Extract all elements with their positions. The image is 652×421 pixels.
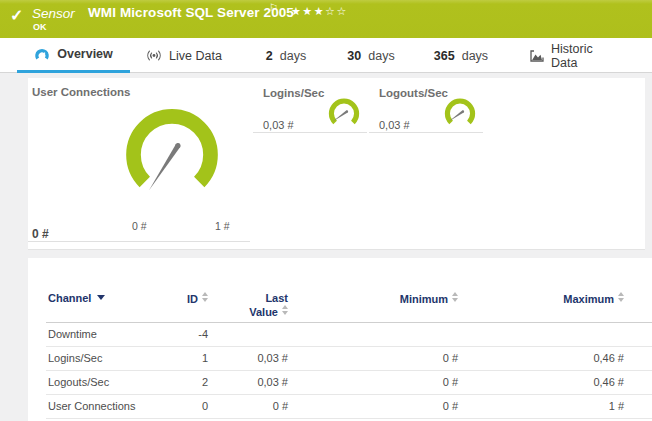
gauge-icon [34, 47, 50, 61]
cell-id: 2 [158, 371, 210, 395]
logins-sec-gauge [326, 95, 362, 131]
column-header-maximum[interactable]: Maximum [460, 292, 626, 323]
gauge-current-value: 0,03 # [379, 119, 410, 131]
table-row-logouts-sec[interactable]: Logouts/Sec 2 0,03 # 0 # 0,46 # [46, 371, 652, 395]
tab-label: Historic Data [551, 42, 622, 70]
tab-live-data[interactable]: Live Data [146, 38, 222, 73]
sort-icon [618, 292, 624, 302]
sort-desc-icon [97, 295, 105, 300]
cell-last-value: 0,03 # [210, 371, 290, 395]
table-row-user-connections[interactable]: User Connections 0 0 # 0 # 1 # [46, 395, 652, 419]
cell-minimum [290, 323, 460, 347]
tab-30-days[interactable]: 30 days [342, 38, 400, 73]
gauge-title: Logouts/Sec [379, 87, 448, 99]
channels-table: Channel ID Last Value Minimum Maximum [46, 292, 652, 419]
logins-sec-gauge-panel: Logins/Sec 0,03 # [253, 78, 367, 133]
cell-last-value: 0,03 # [210, 347, 290, 371]
cell-maximum: 0,46 # [460, 371, 626, 395]
table-row-logins-sec[interactable]: Logins/Sec 1 0,03 # 0 # 0,46 # [46, 347, 652, 371]
tab-historic-data[interactable]: Historic Data [530, 38, 622, 73]
column-header-filler [626, 292, 652, 323]
tab-365-days[interactable]: 365 days [428, 38, 494, 73]
cell-channel[interactable]: Logins/Sec [46, 347, 158, 371]
overview-gauges-card: User Connections 0 # 1 # 0 # Logins/Sec … [28, 78, 645, 250]
area-chart-icon [530, 50, 544, 62]
tab-label: Live Data [169, 49, 222, 63]
gauge-current-value: 0 # [32, 227, 49, 241]
sort-icon [202, 292, 208, 302]
channels-table-card: Channel ID Last Value Minimum Maximum [28, 258, 652, 421]
tab-label: days [462, 49, 488, 63]
priority-stars[interactable]: ★★★☆☆ [291, 5, 348, 18]
tab-2-days[interactable]: 2 days [258, 38, 314, 73]
sensor-title: WMI Microsoft SQL Server 2005 [88, 5, 294, 20]
cell-maximum: 1 # [460, 395, 626, 419]
cell-minimum: 0 # [290, 347, 460, 371]
table-header-row: Channel ID Last Value Minimum Maximum [46, 292, 652, 323]
sensor-header: ✓ Sensor WMI Microsoft SQL Server 2005 ⚐… [0, 0, 652, 38]
cell-minimum: 0 # [290, 395, 460, 419]
tab-number: 30 [347, 49, 361, 63]
cell-channel[interactable]: User Connections [46, 395, 158, 419]
cell-id: 1 [158, 347, 210, 371]
logouts-sec-gauge-panel: Logouts/Sec 0,03 # [369, 78, 483, 133]
column-header-channel[interactable]: Channel [46, 292, 158, 323]
tab-overview[interactable]: Overview [17, 38, 130, 73]
gauge-max-label: 1 # [215, 220, 230, 232]
status-badge: OK [33, 22, 47, 32]
logouts-sec-gauge [442, 95, 478, 131]
tab-number: 365 [434, 49, 455, 63]
tab-number: 2 [266, 49, 273, 63]
column-header-id[interactable]: ID [158, 292, 210, 323]
user-connections-gauge [117, 98, 227, 208]
sensor-kind-label: Sensor [32, 6, 75, 21]
status-ok-check-icon: ✓ [10, 6, 23, 25]
cell-minimum: 0 # [290, 371, 460, 395]
tab-label: days [368, 49, 394, 63]
flag-icon[interactable]: ⚐ [269, 2, 278, 13]
cell-last-value: 0 # [210, 395, 290, 419]
cell-id: -4 [158, 323, 210, 347]
sort-icon [282, 305, 288, 315]
column-header-minimum[interactable]: Minimum [290, 292, 460, 323]
user-connections-gauge-panel: User Connections 0 # 1 # 0 # [28, 78, 250, 242]
sort-icon [452, 292, 458, 302]
tab-label: Overview [57, 47, 113, 61]
sensor-tab-bar: Overview Live Data 2 days 30 days 365 da… [0, 38, 652, 73]
cell-maximum [460, 323, 626, 347]
cell-channel[interactable]: Downtime [46, 323, 158, 347]
cell-maximum: 0,46 # [460, 347, 626, 371]
table-row-downtime[interactable]: Downtime -4 [46, 323, 652, 347]
cell-last-value [210, 323, 290, 347]
cell-id: 0 [158, 395, 210, 419]
column-header-last-value[interactable]: Last Value [210, 292, 290, 323]
tab-label: days [280, 49, 306, 63]
gauge-title: Logins/Sec [263, 87, 324, 99]
broadcast-icon [146, 49, 162, 62]
gauge-title: User Connections [32, 86, 130, 98]
gauge-min-label: 0 # [132, 220, 147, 232]
cell-channel[interactable]: Logouts/Sec [46, 371, 158, 395]
gauge-current-value: 0,03 # [263, 119, 294, 131]
